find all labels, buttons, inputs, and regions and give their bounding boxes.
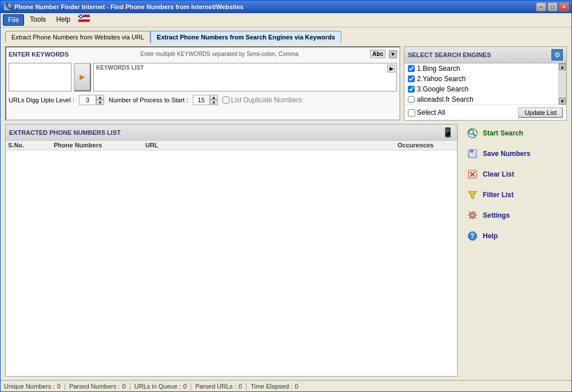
- se-checkbox-alice[interactable]: [408, 96, 415, 103]
- select-all-text: Select All: [417, 109, 445, 117]
- process-input[interactable]: [193, 95, 210, 105]
- extracted-header: EXTRACTED PHONE NUMBERS LIST 📱: [6, 125, 457, 141]
- close-button[interactable]: ✕: [559, 2, 569, 11]
- settings-icon: [467, 210, 478, 221]
- filter-list-label: Filter List: [483, 191, 514, 199]
- list-expand-button[interactable]: ▶: [387, 65, 395, 73]
- tabs-row: Extract Phone Numbers from Websites via …: [5, 31, 567, 43]
- queue-value: 0: [183, 383, 186, 390]
- keywords-list-label: KEYWORDS LIST: [96, 65, 144, 71]
- list-duplicate-checkbox[interactable]: [223, 97, 229, 103]
- urls-digg-down[interactable]: ▼: [96, 100, 104, 105]
- se-scroll-track: [559, 71, 565, 97]
- se-label-alice: aliceadsl.fr Search: [417, 95, 474, 103]
- hint-dropdown[interactable]: ▼: [389, 50, 397, 58]
- menu-tools[interactable]: Tools: [25, 14, 50, 26]
- add-keyword-button[interactable]: ►: [74, 63, 91, 91]
- menu-bar: File Tools Help: [1, 13, 571, 27]
- svg-point-18: [471, 214, 474, 217]
- search-engines-header: SELECT SEARCH ENGINES ⚙: [404, 47, 566, 63]
- search-engines-panel: SELECT SEARCH ENGINES ⚙ 1.Bing Search 2.: [404, 46, 567, 121]
- list-duplicate-checkbox-label[interactable]: List Duplicate Numbers: [223, 96, 302, 104]
- flag-icon: [78, 14, 90, 22]
- unique-value: 0: [57, 383, 61, 390]
- menu-help[interactable]: Help: [51, 14, 75, 26]
- search-engines-bottom: Select All Update List: [404, 105, 566, 120]
- col-phone: Phone Numbers: [54, 142, 145, 149]
- process-spinner-btns: ▲ ▼: [210, 95, 218, 105]
- keywords-list-box: KEYWORDS LIST ▶: [93, 63, 397, 91]
- unique-label: Unique Numbers :: [4, 383, 55, 390]
- start-search-button[interactable]: Start Search: [461, 124, 567, 142]
- settings-button[interactable]: Settings: [461, 206, 567, 225]
- main-window: 📞 Phone Number Finder Internet - Find Ph…: [0, 0, 572, 392]
- keywords-title: ENTER KEYWORDS: [9, 51, 69, 58]
- save-numbers-icon: [467, 148, 478, 159]
- col-url: URL: [145, 142, 398, 149]
- col-occ: Occurences: [398, 142, 455, 149]
- table-body: [6, 150, 457, 376]
- parsed-label: Parsed Numbers :: [69, 383, 120, 390]
- keywords-hint: Enter multiple KEYWORDS separated by Sem…: [72, 51, 367, 57]
- time-label: Time Elapsed :: [251, 383, 292, 390]
- start-search-label: Start Search: [483, 129, 523, 137]
- content-area: Extract Phone Numbers from Websites via …: [1, 27, 571, 380]
- help-label: Help: [483, 232, 498, 240]
- parsed-urls-label: Parsed URLs :: [195, 383, 236, 390]
- app-icon: 📞: [3, 2, 12, 11]
- select-all-label[interactable]: Select All: [408, 109, 445, 117]
- queue-label: URLs in Queue :: [134, 383, 181, 390]
- svg-rect-12: [470, 150, 474, 153]
- abc-badge: Abc: [370, 50, 386, 58]
- se-item-google: 3.Google Search: [404, 84, 558, 94]
- extracted-section: EXTRACTED PHONE NUMBERS LIST 📱 S.No. Pho…: [5, 124, 458, 377]
- save-numbers-label: Save Numbers: [483, 150, 530, 158]
- keyword-input[interactable]: [9, 63, 72, 91]
- se-label-google: 3.Google Search: [417, 85, 468, 93]
- svg-text:📞: 📞: [5, 3, 11, 10]
- start-search-icon: [467, 127, 478, 139]
- se-scroll-up[interactable]: ▲: [559, 63, 566, 70]
- filter-list-icon: [467, 189, 478, 201]
- se-item-bing: 1.Bing Search: [404, 63, 558, 74]
- select-all-checkbox[interactable]: [408, 109, 415, 117]
- clear-list-label: Clear List: [483, 170, 514, 178]
- table-header: S.No. Phone Numbers URL Occurences: [6, 141, 457, 150]
- search-engines-icon[interactable]: ⚙: [551, 49, 563, 61]
- window-controls: ─ □ ✕: [536, 2, 569, 11]
- tab-keywords[interactable]: Extract Phone Numbers from Search Engine…: [150, 31, 341, 43]
- svg-marker-17: [468, 191, 476, 199]
- search-engines-scroll: 1.Bing Search 2.Yahoo Search 3.Google Se…: [404, 63, 566, 105]
- title-bar: 📞 Phone Number Finder Internet - Find Ph…: [1, 1, 571, 13]
- tab-url[interactable]: Extract Phone Numbers from Websites via …: [5, 31, 150, 43]
- search-engines-scrollbar: ▲ ▼: [558, 63, 566, 105]
- status-bar: Unique Numbers : 0 | Parsed Numbers : 0 …: [1, 380, 571, 391]
- col-sno: S.No.: [8, 142, 54, 149]
- clear-list-button[interactable]: Clear List: [461, 165, 567, 183]
- parsed-value: 0: [122, 383, 126, 390]
- se-checkbox-yahoo[interactable]: [408, 75, 415, 82]
- save-numbers-button[interactable]: Save Numbers: [461, 145, 567, 163]
- urls-digg-label: URLs Digg Upto Level :: [9, 97, 74, 103]
- se-checkbox-google[interactable]: [408, 86, 415, 93]
- svg-text:?: ?: [470, 232, 474, 240]
- right-panel: Start Search Save Numbers: [461, 124, 567, 377]
- time-value: 0: [295, 383, 298, 390]
- phone-icon: 📱: [442, 127, 454, 138]
- se-label-yahoo: 2.Yahoo Search: [417, 75, 466, 83]
- urls-digg-input[interactable]: [79, 95, 96, 105]
- se-checkbox-bing[interactable]: [408, 65, 415, 72]
- help-button[interactable]: ? Help: [461, 227, 567, 245]
- maximize-button[interactable]: □: [547, 2, 558, 11]
- settings-label: Settings: [483, 211, 510, 219]
- process-down[interactable]: ▼: [210, 100, 218, 105]
- process-label: Number of Process to Start :: [109, 97, 188, 103]
- se-scroll-down[interactable]: ▼: [559, 98, 566, 105]
- urls-digg-up[interactable]: ▲: [96, 95, 104, 100]
- help-icon: ?: [467, 230, 478, 242]
- filter-list-button[interactable]: Filter List: [461, 186, 567, 204]
- process-up[interactable]: ▲: [210, 95, 218, 100]
- minimize-button[interactable]: ─: [536, 2, 546, 11]
- menu-file[interactable]: File: [3, 14, 24, 26]
- update-list-button[interactable]: Update List: [518, 107, 563, 118]
